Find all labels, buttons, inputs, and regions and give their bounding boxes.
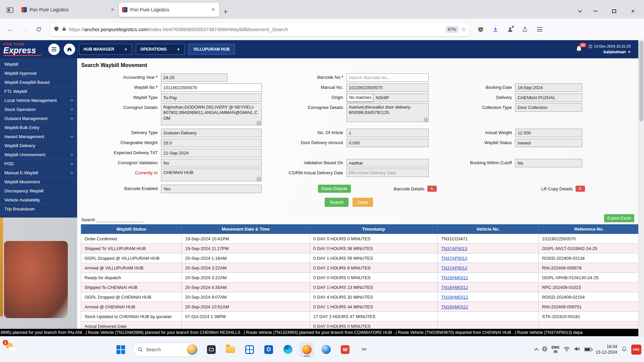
- window-maximize-button[interactable]: [609, 7, 619, 15]
- sidebar-item-waybill-unmovement[interactable]: Waybill Unmovement: [0, 150, 77, 159]
- results-search-input[interactable]: [96, 217, 143, 222]
- barcode-details-edit-button[interactable]: ✎: [427, 186, 437, 192]
- bookmark-star-icon[interactable]: ☆: [461, 26, 466, 33]
- lock-icon[interactable]: [62, 26, 66, 32]
- address-bar[interactable]: https://anchor.ponpurelogistics.com/inde…: [50, 23, 470, 36]
- role-dropdown[interactable]: HUB MANAGER ▼: [79, 44, 132, 55]
- sidebar-item-waybill-delivery[interactable]: Waybill Delivery: [0, 141, 77, 150]
- zoom-level[interactable]: 67%: [445, 26, 459, 33]
- sidebar-item-waybill-bulk-entry[interactable]: Waybill Bulk Entry: [0, 123, 77, 132]
- waybill-type-input[interactable]: [161, 94, 262, 102]
- sidebar-item-ftl-waybill[interactable]: FTL Waybill: [0, 87, 77, 96]
- vehicle-link[interactable]: TN37AP5013: [441, 246, 467, 251]
- snipping-tool-icon[interactable]: ✂: [357, 342, 372, 357]
- consignee-details-textarea[interactable]: manivel,thiruvallur door delivery-600099…: [346, 103, 429, 122]
- no-of-article-input[interactable]: [346, 129, 429, 137]
- weather-widget[interactable]: 1: [5, 342, 19, 355]
- wifi-icon[interactable]: [564, 347, 570, 353]
- actual-weight-input[interactable]: [515, 129, 582, 137]
- cs-rm-actual-delivery-date-input[interactable]: [346, 169, 429, 177]
- vehicle-link[interactable]: TN37AP5013: [441, 256, 467, 261]
- sidebar-item-inward-management[interactable]: Inward Management: [0, 132, 77, 141]
- booking-within-cutoff-input[interactable]: [515, 159, 582, 167]
- delivery-type-input[interactable]: [161, 129, 262, 137]
- file-explorer-icon[interactable]: [223, 342, 238, 357]
- volume-icon[interactable]: [574, 346, 580, 353]
- raise-dispute-button[interactable]: Raise Dispute: [318, 185, 351, 193]
- consignor-details-textarea[interactable]: Rajmohan,GODOWN DELIVERY @ NEYVELI-60780…: [161, 103, 262, 125]
- accounting-year-input[interactable]: [161, 73, 227, 82]
- user-menu[interactable]: kalaiselvan: [603, 50, 631, 54]
- vehicle-link[interactable]: TN19AM0312: [441, 285, 468, 290]
- taskbar-search[interactable]: Search: [132, 343, 200, 357]
- microsoft-store-icon[interactable]: [242, 342, 257, 357]
- sidebar-item-outward-management[interactable]: Outward Management: [0, 114, 77, 123]
- page-scrollbar[interactable]: [638, 40, 644, 336]
- pre-badge[interactable]: PRE: [631, 345, 641, 355]
- sidebar-item-waybill-ewaybill-based[interactable]: Waybill EwayBill Based: [0, 78, 77, 87]
- reload-button[interactable]: [33, 24, 44, 35]
- sidebar-item-stock-operation[interactable]: Stock Operation: [0, 105, 77, 114]
- barcode-enabled-input[interactable]: [161, 185, 262, 193]
- menu-icon[interactable]: [535, 24, 545, 35]
- vehicle-link[interactable]: TN19AM0312: [441, 304, 468, 309]
- clear-button[interactable]: Clear: [353, 198, 373, 207]
- tab-list-chevron-icon[interactable]: [578, 8, 582, 13]
- booking-date-input[interactable]: [515, 83, 582, 92]
- pocket-icon[interactable]: [476, 24, 486, 35]
- tracking-shield-icon[interactable]: [54, 26, 59, 33]
- tab-2-active[interactable]: Pon Pure Logistics ×: [119, 3, 219, 17]
- downloads-icon[interactable]: [490, 24, 500, 35]
- barcode-no-input[interactable]: [346, 73, 429, 82]
- manual-no-input[interactable]: [346, 83, 429, 92]
- account-icon[interactable]: [505, 24, 515, 35]
- language-indicator[interactable]: ENG IN: [551, 345, 559, 354]
- collection-type-input[interactable]: [515, 103, 582, 112]
- battery-icon[interactable]: [584, 348, 592, 351]
- task-view-icon[interactable]: [204, 342, 219, 357]
- forward-button[interactable]: →: [19, 24, 30, 35]
- hidden-icons-chevron[interactable]: [534, 348, 539, 352]
- sidebar-item-local-vehicle-management[interactable]: Local Vehicle Management: [0, 96, 77, 105]
- sidebar-item-manual-e-waybill[interactable]: Manual E-Waybill: [0, 168, 77, 177]
- consignor-validation-input[interactable]: [161, 159, 262, 167]
- door-delivery-amount-input[interactable]: [346, 139, 429, 147]
- scrollbar-thumb[interactable]: [639, 41, 643, 121]
- vehicle-link[interactable]: TN37AP5013: [441, 265, 467, 270]
- taskbar-clock[interactable]: 18:34 13-12-2024: [596, 344, 617, 355]
- expected-delivery-tat-input[interactable]: [161, 149, 262, 157]
- tab-1[interactable]: Pon Pure Logistics ×: [18, 3, 119, 17]
- window-close-button[interactable]: ×: [628, 7, 638, 15]
- notification-bell-icon[interactable]: 62: [575, 45, 583, 54]
- tab-close-icon[interactable]: ×: [210, 7, 216, 13]
- validation-based-on-input[interactable]: [346, 159, 429, 167]
- network-globe-icon[interactable]: [542, 346, 547, 353]
- wps-office-icon[interactable]: W: [338, 342, 353, 357]
- chargeable-weight-input[interactable]: [161, 139, 262, 147]
- sidebar-item-waybill-movement[interactable]: Waybill Movement: [0, 177, 77, 186]
- home-icon[interactable]: [64, 44, 75, 55]
- sidebar-item-waybill-approval[interactable]: Waybill Approval: [0, 69, 77, 78]
- sidebar-item-trip-breakdown[interactable]: Trip Breakdown: [0, 204, 77, 214]
- module-dropdown[interactable]: OPERATIONS ▼: [136, 44, 184, 55]
- search-button[interactable]: Search: [325, 198, 348, 207]
- outlook-icon[interactable]: O: [261, 342, 276, 357]
- vehicle-link[interactable]: TN19AM0312: [441, 295, 468, 300]
- back-button[interactable]: ←: [5, 24, 16, 35]
- sidebar-item-pod[interactable]: POD: [0, 159, 77, 168]
- firefox-icon[interactable]: [300, 342, 314, 357]
- waybill-no-input[interactable]: [161, 83, 262, 92]
- share-icon[interactable]: [520, 24, 530, 35]
- vehicle-link[interactable]: TN19AM0312: [441, 275, 468, 280]
- sidebar-item-waybill[interactable]: Waybill: [0, 60, 77, 69]
- sidebar-item-discrepancy-waybill[interactable]: Discrepancy Waybill: [0, 186, 77, 195]
- app-menu-icon[interactable]: [48, 44, 60, 55]
- window-minimize-button[interactable]: [590, 7, 600, 15]
- waybill-status-input[interactable]: [515, 139, 582, 147]
- notification-center-bell-icon[interactable]: [621, 346, 627, 353]
- export-excel-button[interactable]: Export Excel: [604, 214, 634, 222]
- firefox-view-icon[interactable]: [4, 4, 16, 16]
- new-tab-button[interactable]: +: [219, 7, 232, 19]
- currently-in-textarea[interactable]: CHENNAI HUB: [161, 169, 262, 181]
- start-button[interactable]: [113, 342, 128, 357]
